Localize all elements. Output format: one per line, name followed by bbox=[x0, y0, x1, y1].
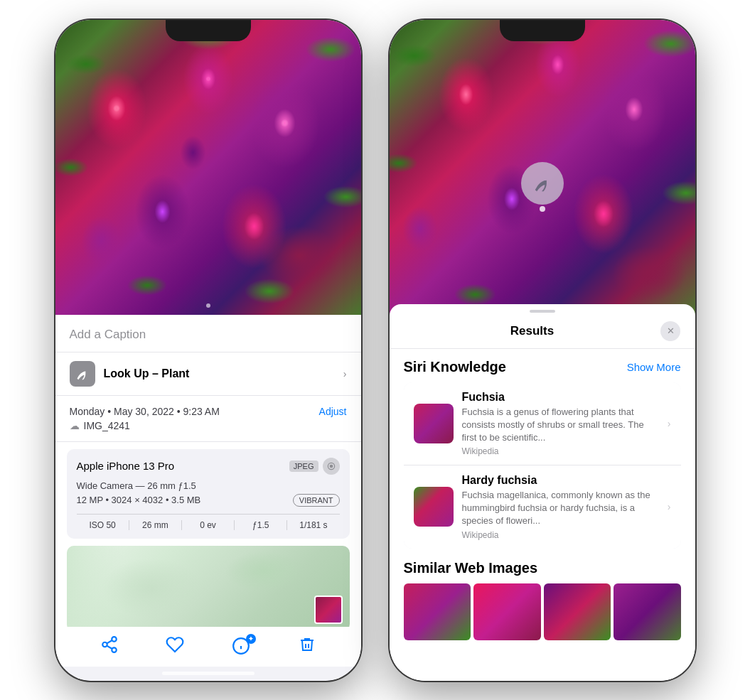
info-button[interactable]: ✦ bbox=[232, 637, 252, 657]
exif-row: ISO 50 26 mm 0 ev ƒ1.5 1/181 s bbox=[77, 514, 340, 530]
left-phone-screen: Add a Caption Look Up – Plant › Monday •… bbox=[55, 20, 361, 681]
fuchsia-text: Fuchsia Fuchsia is a genus of flowering … bbox=[462, 391, 659, 457]
leaf-icon bbox=[75, 366, 90, 382]
heart-button[interactable] bbox=[166, 635, 184, 658]
fuchsia-source: Wikipedia bbox=[462, 446, 659, 456]
flower-photo-right[interactable] bbox=[390, 20, 695, 318]
hardy-fuchsia-name: Hardy fuchsia bbox=[462, 474, 659, 487]
similar-section-header: Similar Web Images bbox=[404, 560, 681, 576]
similar-image-3[interactable] bbox=[544, 583, 611, 640]
visual-lookup-indicator-dot bbox=[540, 206, 545, 212]
home-indicator-left bbox=[162, 672, 255, 675]
exif-ev: 0 ev bbox=[182, 520, 235, 530]
leaf-overlay bbox=[55, 20, 361, 315]
caption-area[interactable]: Add a Caption bbox=[55, 315, 361, 352]
location-icon bbox=[326, 461, 336, 471]
mp-detail: 12 MP • 3024 × 4032 • 3.5 MB VIBRANT bbox=[77, 494, 340, 507]
sheet-content: Siri Knowledge Show More Fuchsia Fuchsia… bbox=[390, 349, 695, 676]
siri-knowledge-section: Siri Knowledge Show More Fuchsia Fuchsia… bbox=[404, 359, 681, 549]
knowledge-card: Fuchsia Fuchsia is a genus of flowering … bbox=[404, 382, 681, 549]
fuchsia-thumbnail bbox=[414, 404, 454, 443]
visual-lookup-sparkle-badge: ✦ bbox=[246, 634, 256, 644]
sheet-header: Results ✕ bbox=[390, 313, 695, 349]
siri-section-title: Siri Knowledge bbox=[404, 359, 506, 375]
hardy-fuchsia-chevron-icon: › bbox=[668, 501, 671, 512]
notch-right bbox=[500, 20, 585, 41]
home-indicator-right bbox=[496, 672, 589, 675]
lens-detail: Wide Camera — 26 mm ƒ1.5 bbox=[77, 480, 340, 491]
similar-image-1[interactable] bbox=[404, 583, 471, 640]
photo-date: Monday • May 30, 2022 • 9:23 AM bbox=[70, 406, 220, 417]
info-panel: Add a Caption Look Up – Plant › Monday •… bbox=[55, 315, 361, 631]
leaf-overlay-right bbox=[390, 20, 695, 318]
heart-icon bbox=[166, 635, 184, 654]
hardy-fuchsia-source: Wikipedia bbox=[462, 530, 659, 540]
lookup-row[interactable]: Look Up – Plant › bbox=[55, 352, 361, 396]
lookup-chevron-icon: › bbox=[343, 368, 347, 379]
meta-filename: ☁ IMG_4241 bbox=[70, 420, 347, 431]
camera-model: Apple iPhone 13 Pro bbox=[77, 460, 175, 472]
siri-section-header: Siri Knowledge Show More bbox=[404, 359, 681, 375]
lookup-regular: – Plant bbox=[149, 367, 190, 379]
page-indicator-dot bbox=[206, 303, 210, 308]
exif-shutter: 1/181 s bbox=[287, 520, 339, 530]
map-area[interactable] bbox=[67, 546, 350, 631]
map-photo-thumbnail bbox=[314, 596, 343, 624]
camera-badges: JPEG bbox=[289, 458, 340, 475]
format-badge: JPEG bbox=[289, 461, 318, 472]
similar-image-2[interactable] bbox=[473, 583, 541, 640]
similar-web-images-section: Similar Web Images bbox=[404, 560, 681, 640]
similar-image-4[interactable] bbox=[614, 583, 681, 640]
results-sheet: Results ✕ Siri Knowledge Show More bbox=[390, 304, 695, 681]
visual-lookup-leaf-icon bbox=[532, 173, 553, 194]
share-button[interactable] bbox=[100, 635, 119, 658]
notch bbox=[166, 20, 251, 41]
show-more-button[interactable]: Show More bbox=[627, 361, 681, 373]
similar-section-title: Similar Web Images bbox=[404, 560, 538, 576]
exif-iso: ISO 50 bbox=[77, 520, 129, 530]
cloud-icon: ☁ bbox=[70, 420, 80, 431]
visual-lookup-icon bbox=[70, 361, 95, 387]
hardy-fuchsia-thumbnail bbox=[414, 487, 454, 527]
hardy-fuchsia-text: Hardy fuchsia Fuchsia magellanica, commo… bbox=[462, 474, 659, 540]
caption-placeholder[interactable]: Add a Caption bbox=[70, 328, 146, 341]
flower-photo-left[interactable] bbox=[55, 20, 361, 315]
knowledge-item-fuchsia[interactable]: Fuchsia Fuchsia is a genus of flowering … bbox=[404, 382, 681, 466]
fuchsia-chevron-icon: › bbox=[668, 418, 671, 429]
camera-section: Apple iPhone 13 Pro JPEG Wide Camera — 2… bbox=[67, 449, 350, 539]
knowledge-item-hardy-fuchsia[interactable]: Hardy fuchsia Fuchsia magellanica, commo… bbox=[404, 465, 681, 549]
visual-lookup-button[interactable] bbox=[521, 162, 564, 205]
adjust-button[interactable]: Adjust bbox=[319, 406, 347, 417]
sheet-title-text: Results bbox=[510, 324, 554, 338]
vibrant-badge: VIBRANT bbox=[293, 494, 340, 507]
right-phone-screen: Results ✕ Siri Knowledge Show More bbox=[390, 20, 695, 681]
bottom-toolbar: ✦ bbox=[55, 627, 361, 667]
lookup-bold: Look Up bbox=[104, 367, 149, 379]
fuchsia-description: Fuchsia is a genus of flowering plants t… bbox=[462, 406, 659, 445]
svg-point-0 bbox=[329, 464, 333, 468]
meta-date-row: Monday • May 30, 2022 • 9:23 AM Adjust bbox=[70, 406, 347, 417]
exif-aperture: ƒ1.5 bbox=[235, 520, 287, 530]
mp-text: 12 MP • 3024 × 4032 • 3.5 MB bbox=[77, 495, 201, 505]
lookup-label: Look Up – Plant bbox=[104, 367, 190, 380]
close-button[interactable]: ✕ bbox=[660, 321, 680, 341]
camera-header: Apple iPhone 13 Pro JPEG bbox=[77, 458, 340, 475]
right-phone: Results ✕ Siri Knowledge Show More bbox=[390, 20, 695, 681]
exif-focal: 26 mm bbox=[129, 520, 182, 530]
trash-icon bbox=[299, 635, 316, 654]
share-icon bbox=[100, 635, 119, 654]
left-phone: Add a Caption Look Up – Plant › Monday •… bbox=[55, 20, 361, 681]
trash-button[interactable] bbox=[299, 635, 316, 658]
similar-images-grid bbox=[404, 583, 681, 640]
fuchsia-name: Fuchsia bbox=[462, 391, 659, 404]
filename-text: IMG_4241 bbox=[84, 420, 130, 431]
hardy-fuchsia-description: Fuchsia magellanica, commonly known as t… bbox=[462, 489, 659, 528]
location-badge-circle bbox=[323, 458, 340, 475]
meta-section: Monday • May 30, 2022 • 9:23 AM Adjust ☁… bbox=[55, 396, 361, 442]
